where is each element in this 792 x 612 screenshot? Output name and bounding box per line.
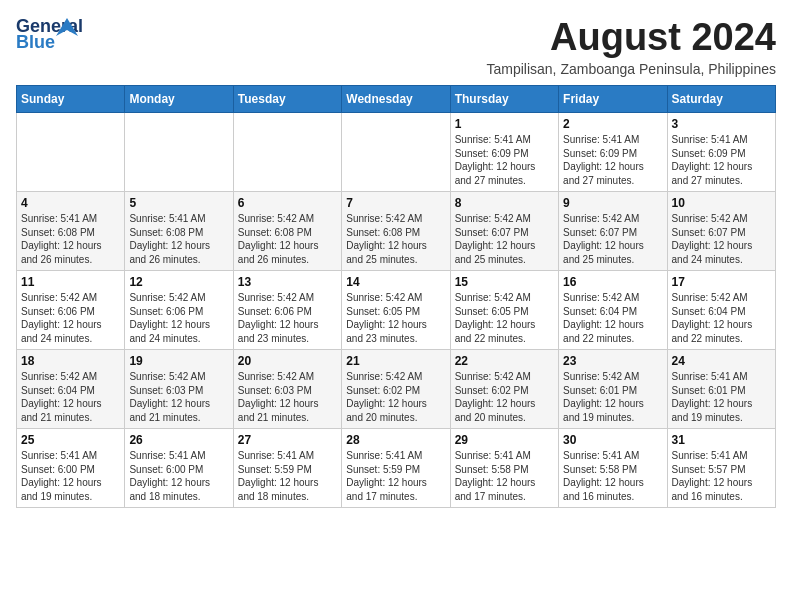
day-number: 5 — [129, 196, 228, 210]
calendar-cell: 3Sunrise: 5:41 AM Sunset: 6:09 PM Daylig… — [667, 113, 775, 192]
calendar-cell: 2Sunrise: 5:41 AM Sunset: 6:09 PM Daylig… — [559, 113, 667, 192]
calendar-cell: 4Sunrise: 5:41 AM Sunset: 6:08 PM Daylig… — [17, 192, 125, 271]
day-number: 3 — [672, 117, 771, 131]
day-info: Sunrise: 5:41 AM Sunset: 5:59 PM Dayligh… — [346, 449, 445, 503]
day-info: Sunrise: 5:42 AM Sunset: 6:04 PM Dayligh… — [21, 370, 120, 424]
day-number: 22 — [455, 354, 554, 368]
day-info: Sunrise: 5:42 AM Sunset: 6:07 PM Dayligh… — [563, 212, 662, 266]
day-number: 20 — [238, 354, 337, 368]
calendar-header-row: SundayMondayTuesdayWednesdayThursdayFrid… — [17, 86, 776, 113]
location-subtitle: Tampilisan, Zamboanga Peninsula, Philipp… — [486, 61, 776, 77]
svg-marker-0 — [56, 18, 78, 36]
day-info: Sunrise: 5:41 AM Sunset: 6:00 PM Dayligh… — [21, 449, 120, 503]
calendar-cell — [233, 113, 341, 192]
calendar-table: SundayMondayTuesdayWednesdayThursdayFrid… — [16, 85, 776, 508]
calendar-cell: 21Sunrise: 5:42 AM Sunset: 6:02 PM Dayli… — [342, 350, 450, 429]
day-info: Sunrise: 5:42 AM Sunset: 6:02 PM Dayligh… — [346, 370, 445, 424]
calendar-cell: 6Sunrise: 5:42 AM Sunset: 6:08 PM Daylig… — [233, 192, 341, 271]
day-info: Sunrise: 5:42 AM Sunset: 6:04 PM Dayligh… — [672, 291, 771, 345]
calendar-cell — [125, 113, 233, 192]
calendar-week-row: 4Sunrise: 5:41 AM Sunset: 6:08 PM Daylig… — [17, 192, 776, 271]
day-number: 28 — [346, 433, 445, 447]
day-info: Sunrise: 5:42 AM Sunset: 6:06 PM Dayligh… — [21, 291, 120, 345]
calendar-cell: 7Sunrise: 5:42 AM Sunset: 6:08 PM Daylig… — [342, 192, 450, 271]
logo: General Blue — [16, 16, 70, 56]
day-info: Sunrise: 5:42 AM Sunset: 6:05 PM Dayligh… — [455, 291, 554, 345]
calendar-cell: 18Sunrise: 5:42 AM Sunset: 6:04 PM Dayli… — [17, 350, 125, 429]
calendar-week-row: 11Sunrise: 5:42 AM Sunset: 6:06 PM Dayli… — [17, 271, 776, 350]
day-number: 16 — [563, 275, 662, 289]
day-header-saturday: Saturday — [667, 86, 775, 113]
day-number: 1 — [455, 117, 554, 131]
calendar-cell: 8Sunrise: 5:42 AM Sunset: 6:07 PM Daylig… — [450, 192, 558, 271]
day-number: 18 — [21, 354, 120, 368]
day-info: Sunrise: 5:41 AM Sunset: 6:09 PM Dayligh… — [563, 133, 662, 187]
day-info: Sunrise: 5:42 AM Sunset: 6:07 PM Dayligh… — [455, 212, 554, 266]
calendar-cell: 11Sunrise: 5:42 AM Sunset: 6:06 PM Dayli… — [17, 271, 125, 350]
day-number: 15 — [455, 275, 554, 289]
title-block: August 2024 Tampilisan, Zamboanga Penins… — [486, 16, 776, 77]
calendar-cell: 10Sunrise: 5:42 AM Sunset: 6:07 PM Dayli… — [667, 192, 775, 271]
day-number: 12 — [129, 275, 228, 289]
day-number: 26 — [129, 433, 228, 447]
day-info: Sunrise: 5:41 AM Sunset: 6:09 PM Dayligh… — [672, 133, 771, 187]
calendar-cell: 28Sunrise: 5:41 AM Sunset: 5:59 PM Dayli… — [342, 429, 450, 508]
day-info: Sunrise: 5:42 AM Sunset: 6:01 PM Dayligh… — [563, 370, 662, 424]
day-number: 21 — [346, 354, 445, 368]
day-number: 11 — [21, 275, 120, 289]
calendar-cell — [342, 113, 450, 192]
day-number: 8 — [455, 196, 554, 210]
calendar-cell: 25Sunrise: 5:41 AM Sunset: 6:00 PM Dayli… — [17, 429, 125, 508]
day-info: Sunrise: 5:42 AM Sunset: 6:07 PM Dayligh… — [672, 212, 771, 266]
day-info: Sunrise: 5:42 AM Sunset: 6:06 PM Dayligh… — [129, 291, 228, 345]
calendar-cell — [17, 113, 125, 192]
calendar-cell: 16Sunrise: 5:42 AM Sunset: 6:04 PM Dayli… — [559, 271, 667, 350]
day-info: Sunrise: 5:42 AM Sunset: 6:03 PM Dayligh… — [129, 370, 228, 424]
day-header-thursday: Thursday — [450, 86, 558, 113]
day-number: 19 — [129, 354, 228, 368]
calendar-week-row: 18Sunrise: 5:42 AM Sunset: 6:04 PM Dayli… — [17, 350, 776, 429]
calendar-cell: 22Sunrise: 5:42 AM Sunset: 6:02 PM Dayli… — [450, 350, 558, 429]
day-number: 24 — [672, 354, 771, 368]
day-number: 23 — [563, 354, 662, 368]
calendar-cell: 13Sunrise: 5:42 AM Sunset: 6:06 PM Dayli… — [233, 271, 341, 350]
day-header-monday: Monday — [125, 86, 233, 113]
calendar-cell: 17Sunrise: 5:42 AM Sunset: 6:04 PM Dayli… — [667, 271, 775, 350]
day-number: 7 — [346, 196, 445, 210]
day-number: 4 — [21, 196, 120, 210]
day-info: Sunrise: 5:42 AM Sunset: 6:03 PM Dayligh… — [238, 370, 337, 424]
day-number: 29 — [455, 433, 554, 447]
day-number: 17 — [672, 275, 771, 289]
calendar-cell: 9Sunrise: 5:42 AM Sunset: 6:07 PM Daylig… — [559, 192, 667, 271]
day-info: Sunrise: 5:42 AM Sunset: 6:05 PM Dayligh… — [346, 291, 445, 345]
day-info: Sunrise: 5:41 AM Sunset: 6:00 PM Dayligh… — [129, 449, 228, 503]
day-number: 2 — [563, 117, 662, 131]
day-info: Sunrise: 5:41 AM Sunset: 6:01 PM Dayligh… — [672, 370, 771, 424]
day-number: 31 — [672, 433, 771, 447]
calendar-cell: 15Sunrise: 5:42 AM Sunset: 6:05 PM Dayli… — [450, 271, 558, 350]
calendar-week-row: 1Sunrise: 5:41 AM Sunset: 6:09 PM Daylig… — [17, 113, 776, 192]
calendar-cell: 23Sunrise: 5:42 AM Sunset: 6:01 PM Dayli… — [559, 350, 667, 429]
day-info: Sunrise: 5:42 AM Sunset: 6:04 PM Dayligh… — [563, 291, 662, 345]
calendar-cell: 24Sunrise: 5:41 AM Sunset: 6:01 PM Dayli… — [667, 350, 775, 429]
calendar-cell: 27Sunrise: 5:41 AM Sunset: 5:59 PM Dayli… — [233, 429, 341, 508]
logo-bird-icon — [56, 18, 78, 36]
day-info: Sunrise: 5:42 AM Sunset: 6:08 PM Dayligh… — [238, 212, 337, 266]
day-header-tuesday: Tuesday — [233, 86, 341, 113]
day-info: Sunrise: 5:41 AM Sunset: 5:58 PM Dayligh… — [455, 449, 554, 503]
day-info: Sunrise: 5:41 AM Sunset: 5:58 PM Dayligh… — [563, 449, 662, 503]
calendar-cell: 30Sunrise: 5:41 AM Sunset: 5:58 PM Dayli… — [559, 429, 667, 508]
day-info: Sunrise: 5:42 AM Sunset: 6:02 PM Dayligh… — [455, 370, 554, 424]
day-info: Sunrise: 5:42 AM Sunset: 6:06 PM Dayligh… — [238, 291, 337, 345]
calendar-cell: 5Sunrise: 5:41 AM Sunset: 6:08 PM Daylig… — [125, 192, 233, 271]
day-info: Sunrise: 5:41 AM Sunset: 6:08 PM Dayligh… — [21, 212, 120, 266]
calendar-cell: 29Sunrise: 5:41 AM Sunset: 5:58 PM Dayli… — [450, 429, 558, 508]
day-header-sunday: Sunday — [17, 86, 125, 113]
day-header-wednesday: Wednesday — [342, 86, 450, 113]
day-info: Sunrise: 5:41 AM Sunset: 6:09 PM Dayligh… — [455, 133, 554, 187]
day-header-friday: Friday — [559, 86, 667, 113]
day-info: Sunrise: 5:41 AM Sunset: 5:59 PM Dayligh… — [238, 449, 337, 503]
calendar-cell: 14Sunrise: 5:42 AM Sunset: 6:05 PM Dayli… — [342, 271, 450, 350]
day-number: 27 — [238, 433, 337, 447]
day-number: 9 — [563, 196, 662, 210]
